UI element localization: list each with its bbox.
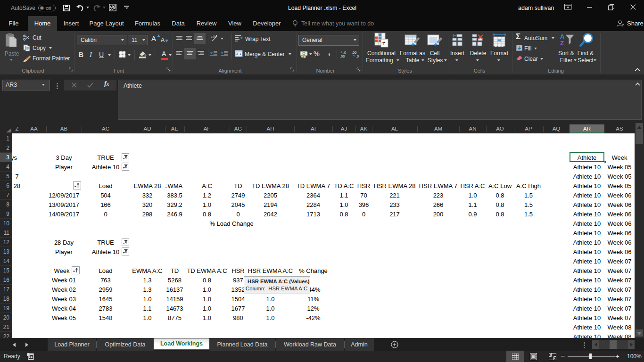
svg-text:≠: ≠ [382, 40, 386, 47]
svg-text:Z: Z [560, 40, 564, 47]
svg-text:A: A [560, 33, 565, 40]
svg-text:Off: Off [46, 6, 51, 11]
svg-text:.00: .00 [340, 54, 345, 58]
svg-text:ab: ab [211, 34, 216, 39]
svg-text:.0: .0 [356, 54, 359, 58]
